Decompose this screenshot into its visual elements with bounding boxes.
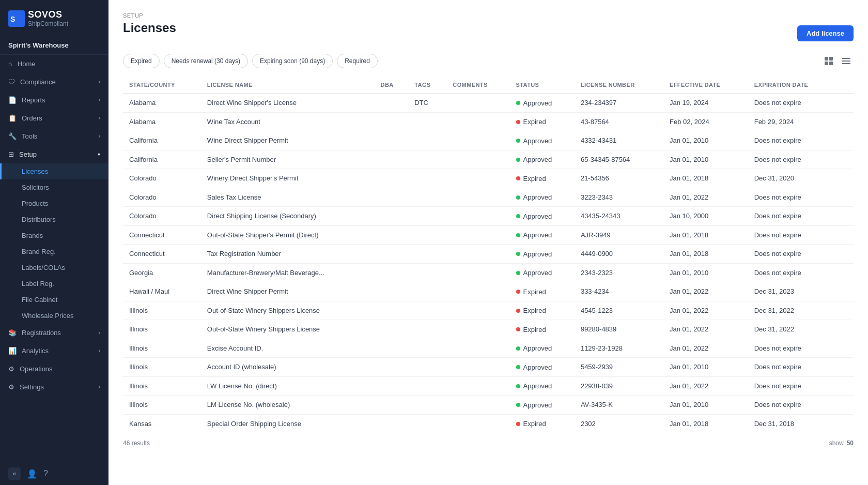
table-row[interactable]: Alabama Wine Tax Account Expired 43-8756… — [123, 112, 854, 131]
chevron-right-icon-analytics: › — [99, 348, 100, 354]
cell-expiration-date: Does not expire — [748, 188, 837, 207]
operations-icon: ⚙ — [8, 365, 14, 373]
cell-expiration-date: Dec 31, 2022 — [748, 301, 837, 320]
cell-tags — [408, 263, 446, 282]
cell-license-name: Out-of-State Winery Shippers License — [201, 320, 375, 339]
table-row[interactable]: Colorado Sales Tax License Approved 3223… — [123, 188, 854, 207]
table-row[interactable]: Illinois LW License No. (direct) Approve… — [123, 376, 854, 396]
brand-name: SOVOS — [28, 9, 68, 20]
cell-status: Expired — [510, 282, 575, 301]
table-row[interactable]: Georgia Manufacturer-Brewery/Malt Bevera… — [123, 263, 854, 282]
table-row[interactable]: Alabama Direct Wine Shipper's License DT… — [123, 94, 854, 113]
col-license-number: License Number — [575, 77, 663, 94]
status-dot — [516, 176, 520, 180]
sidebar-item-registrations[interactable]: 📚 Registrations › — [0, 324, 109, 342]
profile-icon[interactable]: 👤 — [27, 469, 37, 479]
reports-icon: 📄 — [8, 96, 17, 104]
grid-view-button[interactable] — [822, 54, 836, 68]
sidebar-item-label-reg[interactable]: Label Reg. — [0, 276, 109, 292]
cell-comments — [446, 263, 509, 282]
status-label: Expired — [523, 118, 546, 126]
status-label: Approved — [523, 156, 552, 163]
sidebar-item-settings[interactable]: ⚙ Settings › — [0, 378, 109, 396]
status-dot — [516, 290, 520, 294]
cell-state: Georgia — [123, 263, 201, 282]
cell-dba — [375, 169, 409, 188]
cell-license-name: Manufacturer-Brewery/Malt Beverage... — [201, 263, 375, 282]
filter-expired-button[interactable]: Expired — [123, 54, 160, 68]
filter-expiring-soon-button[interactable]: Expiring soon (90 days) — [252, 54, 333, 68]
sidebar-item-wholesale-prices[interactable]: Wholesale Prices — [0, 308, 109, 324]
cell-comments — [446, 301, 509, 320]
sidebar-item-brands[interactable]: Brands — [0, 228, 109, 244]
cell-tags — [408, 301, 446, 320]
filter-buttons: Expired Needs renewal (30 days) Expiring… — [123, 54, 378, 68]
sidebar-item-brand-reg[interactable]: Brand Reg. — [0, 244, 109, 260]
sidebar-item-distributors[interactable]: Distributors — [0, 211, 109, 228]
cell-expiration-date: Does not expire — [748, 245, 837, 264]
filter-required-button[interactable]: Required — [337, 54, 378, 68]
table-row[interactable]: Connecticut Out-of-State Shipper's Permi… — [123, 225, 854, 245]
cell-tags — [408, 414, 446, 433]
sidebar-item-compliance[interactable]: 🛡 Compliance › — [0, 73, 109, 91]
sidebar-item-setup[interactable]: ⊞ Setup ▾ — [0, 145, 109, 163]
cell-expiration-date: Does not expire — [748, 376, 837, 396]
cell-state: Illinois — [123, 320, 201, 339]
table-row[interactable]: Illinois LM License No. (wholesale) Appr… — [123, 396, 854, 415]
home-icon: ⌂ — [8, 60, 12, 68]
svg-rect-4 — [825, 62, 828, 65]
sidebar-item-orders[interactable]: 📋 Orders › — [0, 109, 109, 127]
cell-effective-date: Jan 01, 2018 — [663, 169, 748, 188]
status-label: Approved — [523, 344, 552, 352]
cell-effective-date: Jan 01, 2010 — [663, 150, 748, 169]
table-row[interactable]: Colorado Direct Shipping License (Second… — [123, 207, 854, 226]
sidebar-item-file-cabinet[interactable]: File Cabinet — [0, 292, 109, 308]
cell-tags — [408, 207, 446, 226]
cell-tags — [408, 376, 446, 396]
setup-breadcrumb: Setup — [123, 12, 854, 19]
table-row[interactable]: Illinois Excise Account ID. Approved 112… — [123, 339, 854, 358]
filter-needs-renewal-button[interactable]: Needs renewal (30 days) — [164, 54, 248, 68]
table-row[interactable]: Colorado Winery Direct Shipper's Permit … — [123, 169, 854, 188]
table-row[interactable]: California Wine Direct Shipper Permit Ap… — [123, 131, 854, 150]
table-row[interactable]: California Seller's Permit Number Approv… — [123, 150, 854, 169]
cell-effective-date: Feb 02, 2024 — [663, 112, 748, 131]
cell-row-actions — [837, 414, 854, 433]
status-label: Expired — [523, 175, 546, 183]
status-label: Approved — [523, 137, 552, 145]
table-row[interactable]: Illinois Out-of-State Winery Shippers Li… — [123, 301, 854, 320]
table-row[interactable]: Hawaii / Maui Direct Wine Shipper Permit… — [123, 282, 854, 301]
add-license-button[interactable]: Add license — [797, 25, 854, 41]
cell-license-name: Out-of-State Shipper's Permit (Direct) — [201, 225, 375, 245]
help-icon[interactable]: ? — [43, 469, 48, 478]
cell-expiration-date: Dec 31, 2023 — [748, 282, 837, 301]
chevron-right-icon-reg: › — [99, 330, 100, 336]
list-view-button[interactable] — [839, 54, 854, 68]
cell-dba — [375, 358, 409, 377]
sidebar-item-products[interactable]: Products — [0, 195, 109, 211]
cell-tags — [408, 131, 446, 150]
sidebar-item-solicitors[interactable]: Solicitors — [0, 179, 109, 195]
sidebar-item-tools[interactable]: 🔧 Tools › — [0, 127, 109, 145]
cell-status: Approved — [510, 263, 575, 282]
cell-license-number: 1129-23-1928 — [575, 339, 663, 358]
cell-dba — [375, 396, 409, 415]
sidebar-item-labels-colas[interactable]: Labels/COLAs — [0, 260, 109, 276]
cell-state: Colorado — [123, 207, 201, 226]
show-number: 50 — [847, 439, 854, 447]
table-row[interactable]: Illinois Account ID (wholesale) Approved… — [123, 358, 854, 377]
table-row[interactable]: Connecticut Tax Registration Number Appr… — [123, 245, 854, 264]
table-row[interactable]: Illinois Out-of-State Winery Shippers Li… — [123, 320, 854, 339]
cell-license-number: 2302 — [575, 414, 663, 433]
results-count: 46 results — [123, 439, 150, 447]
sidebar-item-home[interactable]: ⌂ Home — [0, 55, 109, 73]
sidebar-item-reports[interactable]: 📄 Reports › — [0, 91, 109, 109]
sidebar-item-analytics[interactable]: 📊 Analytics › — [0, 342, 109, 360]
collapse-sidebar-button[interactable]: « — [8, 467, 21, 480]
cell-effective-date: Jan 01, 2010 — [663, 396, 748, 415]
sidebar-item-operations[interactable]: ⚙ Operations — [0, 360, 109, 378]
cell-effective-date: Jan 01, 2010 — [663, 263, 748, 282]
table-row[interactable]: Kansas Special Order Shipping License Ex… — [123, 414, 854, 433]
cell-row-actions — [837, 188, 854, 207]
sidebar-item-licenses[interactable]: Licenses — [0, 163, 109, 179]
